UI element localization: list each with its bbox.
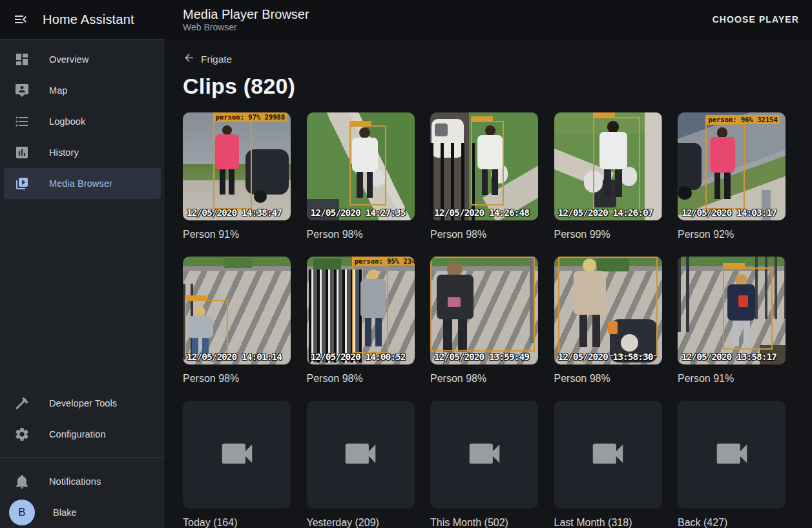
- folder-card-yesterday-209-[interactable]: Yesterday (209): [307, 401, 415, 528]
- clip-card[interactable]: 12/05/2020 13:58:30 Person 98%: [554, 257, 662, 386]
- clip-timestamp-overlay: 12/05/2020 14:26:48: [434, 207, 529, 218]
- video-camera-icon: [588, 434, 628, 476]
- detection-bounding-box: [558, 257, 658, 356]
- clip-thumbnail: 12/05/2020 14:26:07: [554, 112, 662, 220]
- clip-thumbnail: 12/05/2020 14:26:48: [430, 112, 538, 220]
- sidebar-item-logbook[interactable]: Logbook: [4, 106, 161, 137]
- scene-shape: [435, 123, 448, 136]
- breadcrumb-back-frigate[interactable]: Frigate: [183, 52, 232, 67]
- clip-caption: Person 98%: [430, 227, 538, 242]
- detection-bounding-box: person: 97% 29988: [213, 121, 252, 209]
- detection-label-small: [349, 121, 371, 126]
- clip-timestamp-overlay: 12/05/2020 14:26:07: [558, 207, 653, 218]
- folder-thumbnail: [307, 401, 415, 509]
- folder-thumbnail: [430, 401, 538, 509]
- clip-caption: Person 91%: [678, 371, 786, 386]
- folder-thumbnail: [183, 401, 291, 509]
- user-avatar: B: [9, 500, 35, 525]
- clip-thumbnail: person: 97% 29988 12/05/2020 14:38:47: [183, 112, 291, 220]
- app-bar: Home Assistant Media Player Browser Web …: [0, 0, 812, 39]
- app-bar-title-block: Media Player Browser Web Browser: [165, 6, 713, 33]
- scene-shape: [645, 112, 662, 220]
- detection-bounding-box: [471, 121, 503, 205]
- body-row: Overview Map Logbook History Media Brows…: [0, 39, 812, 528]
- scene-shape: [245, 149, 289, 195]
- clip-card[interactable]: person: 96% 32154 12/05/2020 14:03:17 Pe…: [678, 112, 786, 242]
- user-name: Blake: [53, 507, 77, 518]
- folder-card-last-month-318-[interactable]: Last Month (318): [554, 401, 662, 528]
- clip-caption: Person 98%: [183, 371, 291, 386]
- clip-timestamp-overlay: 12/05/2020 14:03:17: [682, 207, 776, 218]
- detection-bounding-box: [430, 257, 535, 352]
- sidebar-item-map[interactable]: Map: [4, 75, 161, 106]
- scene-shape: [678, 186, 692, 200]
- scene-shape: [254, 190, 267, 203]
- clip-timestamp-overlay: 12/05/2020 14:01:14: [187, 352, 282, 362]
- clip-card[interactable]: 12/05/2020 14:27:35 Person 98%: [307, 112, 415, 242]
- clip-timestamp-overlay: 12/05/2020 14:27:35: [311, 207, 406, 218]
- clip-card[interactable]: 12/05/2020 14:26:48 Person 98%: [430, 112, 538, 242]
- folder-thumbnail: [678, 401, 786, 509]
- app-bar-left: Home Assistant: [0, 12, 165, 27]
- page-heading: Clips (820): [183, 74, 795, 99]
- breadcrumb-label: Frigate: [201, 54, 232, 65]
- sidebar-item-label: History: [49, 147, 79, 158]
- sidebar-item-overview[interactable]: Overview: [4, 44, 161, 75]
- sidebar: Overview Map Logbook History Media Brows…: [0, 39, 165, 528]
- page-subtitle: Web Browser: [183, 22, 713, 33]
- clip-card[interactable]: person: 95% 23432 12/05/2020 14:00:52 Pe…: [307, 257, 415, 386]
- sidebar-item-developer-tools[interactable]: Developer Tools: [4, 388, 161, 419]
- clip-card[interactable]: 12/05/2020 14:01:14 Person 98%: [183, 257, 291, 386]
- clip-caption: Person 98%: [307, 371, 415, 386]
- folder-card-this-month-502-[interactable]: This Month (502): [430, 401, 538, 528]
- detection-label-small: [185, 295, 207, 301]
- folder-thumbnail: [554, 401, 662, 509]
- detection-bounding-box: person: 95% 23432: [352, 265, 389, 354]
- hammer-icon: [14, 396, 30, 411]
- tooltip-account-icon: [14, 83, 30, 98]
- clip-caption: Person 98%: [430, 371, 538, 386]
- detection-label: person: 95% 23432: [352, 257, 415, 266]
- choose-player-button[interactable]: CHOOSE PLAYER: [713, 14, 799, 25]
- folder-card-today-164-[interactable]: Today (164): [183, 401, 291, 528]
- sidebar-divider: [0, 458, 165, 458]
- clip-card[interactable]: 12/05/2020 13:58:17 Person 91%: [678, 257, 786, 386]
- folder-caption: Today (164): [183, 515, 291, 528]
- clip-timestamp-overlay: 12/05/2020 14:38:47: [187, 207, 282, 218]
- sidebar-item-label: Map: [49, 85, 68, 96]
- bell-icon: [14, 474, 30, 489]
- detection-bounding-box: person: 96% 32154: [705, 123, 744, 210]
- app-title: Home Assistant: [43, 12, 134, 27]
- clip-thumbnail: 12/05/2020 13:58:30: [554, 257, 662, 364]
- folder-card-back-427-[interactable]: Back (427): [678, 401, 786, 528]
- clip-caption: Person 98%: [307, 227, 415, 242]
- page-title: Media Player Browser: [183, 6, 713, 22]
- sidebar-item-history[interactable]: History: [4, 137, 161, 168]
- scene-shape: [678, 143, 702, 190]
- clip-card[interactable]: person: 97% 29988 12/05/2020 14:38:47 Pe…: [183, 112, 291, 242]
- detection-bounding-box: [185, 300, 228, 356]
- clip-card[interactable]: 12/05/2020 13:59:49 Person 98%: [430, 257, 538, 386]
- sidebar-toggle-button[interactable]: [13, 12, 28, 27]
- menu-open-icon: [13, 19, 28, 29]
- detection-label-small: [558, 257, 580, 257]
- clip-caption: Person 92%: [678, 227, 786, 242]
- detection-bounding-box: [723, 268, 773, 350]
- sidebar-item-user[interactable]: B Blake: [4, 497, 161, 528]
- folder-caption: Yesterday (209): [307, 515, 415, 528]
- detection-label: person: 97% 29988: [213, 112, 287, 121]
- clip-thumbnail: person: 95% 23432 12/05/2020 14:00:52: [307, 257, 415, 364]
- clip-timestamp-overlay: 12/05/2020 13:59:49: [434, 352, 529, 362]
- clip-caption: Person 98%: [554, 371, 662, 386]
- sidebar-item-label: Overview: [49, 54, 88, 65]
- sidebar-item-media-browser[interactable]: Media Browser: [4, 168, 161, 199]
- list-bulleted-icon: [14, 114, 30, 129]
- gear-icon: [14, 427, 30, 442]
- detection-label: person: 96% 32154: [705, 115, 780, 124]
- sidebar-item-notifications[interactable]: Notifications: [4, 466, 161, 497]
- sidebar-item-configuration[interactable]: Configuration: [4, 419, 161, 450]
- video-camera-icon: [340, 434, 380, 476]
- clip-card[interactable]: 12/05/2020 14:26:07 Person 99%: [554, 112, 662, 242]
- media-grid: person: 97% 29988 12/05/2020 14:38:47 Pe…: [183, 112, 795, 528]
- scene-shape: [224, 258, 251, 269]
